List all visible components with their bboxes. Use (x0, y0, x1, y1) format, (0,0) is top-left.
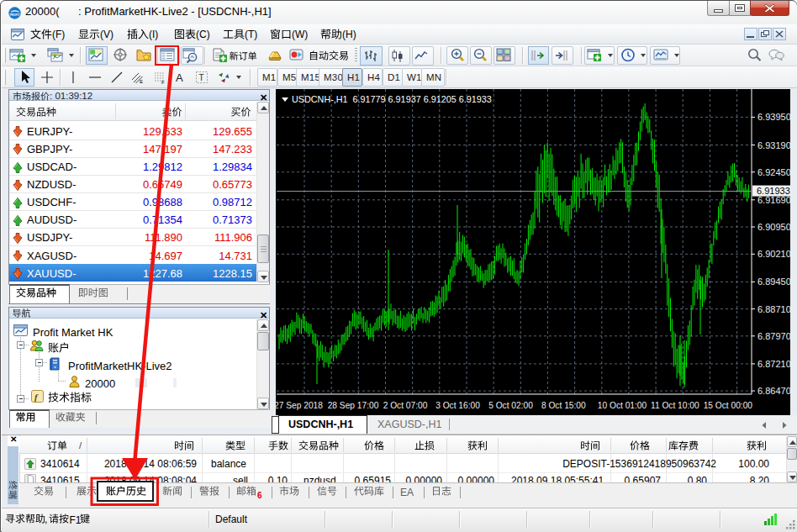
svg-text:5 Oct 02:00: 5 Oct 02:00 (488, 401, 533, 410)
svg-text:6.87210: 6.87210 (757, 359, 790, 369)
svg-text:E: E (140, 79, 143, 84)
svg-text:6.89450: 6.89450 (757, 277, 790, 287)
svg-text:6.87970: 6.87970 (757, 331, 790, 341)
svg-text:6.91933: 6.91933 (757, 186, 790, 196)
svg-text:F: F (161, 80, 165, 85)
svg-text:10 Oct 01:00: 10 Oct 01:00 (598, 401, 647, 410)
svg-text:6.93950: 6.93950 (757, 112, 790, 122)
svg-text:6.86470: 6.86470 (757, 386, 790, 396)
svg-text:6.90950: 6.90950 (757, 222, 790, 232)
svg-text:T: T (199, 73, 204, 82)
svg-text:6.88710: 6.88710 (757, 304, 790, 314)
svg-text:6.91690: 6.91690 (757, 195, 790, 205)
svg-text:6.93190: 6.93190 (757, 140, 790, 150)
svg-text:27 Sep 2018: 27 Sep 2018 (276, 401, 323, 410)
svg-text:6.92450: 6.92450 (757, 167, 790, 177)
svg-text:11 Oct 10:00: 11 Oct 10:00 (651, 401, 699, 410)
svg-text:8 Oct 15:00: 8 Oct 15:00 (541, 401, 586, 410)
svg-text:6.90210: 6.90210 (757, 249, 790, 259)
svg-text:3 Oct 16:00: 3 Oct 16:00 (435, 401, 480, 410)
svg-text:28 Sep 17:00: 28 Sep 17:00 (328, 401, 379, 410)
svg-text:2 Oct 07:00: 2 Oct 07:00 (383, 401, 428, 410)
svg-text:15 Oct 00:00: 15 Oct 00:00 (704, 401, 753, 410)
svg-text:USDCNH-,H1 6.91779 6.91937 6.: USDCNH-,H1 6.91779 6.91937 6.91205 6.919… (292, 94, 492, 104)
svg-text:PROFIT: PROFIT (10, 13, 20, 17)
